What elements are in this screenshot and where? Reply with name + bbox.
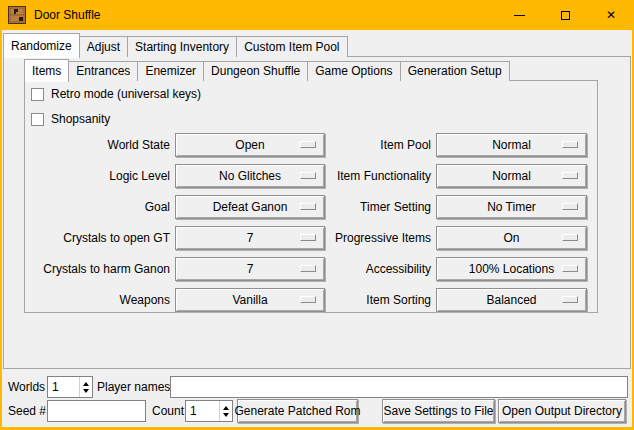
seed-input[interactable] — [47, 400, 146, 422]
shopsanity-checkbox[interactable] — [31, 113, 44, 126]
item-functionality-dropdown[interactable]: Normal — [436, 164, 587, 188]
close-icon: ✕ — [606, 9, 616, 21]
open-output-directory-button[interactable]: Open Output Directory — [498, 399, 626, 423]
spin-up-icon — [83, 382, 89, 386]
worlds-label: Worlds — [8, 376, 45, 398]
tab-randomize[interactable]: Randomize — [3, 33, 80, 58]
titlebar: Door Shuffle ✕ — [0, 0, 634, 30]
minimize-button[interactable] — [496, 0, 542, 30]
item-pool-dropdown[interactable]: Normal — [436, 133, 587, 157]
count-spinner-arrows[interactable] — [219, 401, 232, 421]
dropdown-indicator-icon — [562, 296, 578, 303]
main-tab-bar: Randomize Adjust Starting Inventory Cust… — [3, 32, 347, 57]
close-button[interactable]: ✕ — [588, 0, 634, 30]
progressive-items-dropdown[interactable]: On — [436, 226, 587, 250]
dropdown-indicator-icon — [562, 265, 578, 272]
player-names-label: Player names — [97, 376, 170, 398]
tab-adjust[interactable]: Adjust — [79, 36, 128, 57]
dropdown-indicator-icon — [562, 172, 578, 179]
item-sorting-label: Item Sorting — [298, 288, 431, 312]
item-functionality-label: Item Functionality — [298, 164, 431, 188]
progressive-items-label: Progressive Items — [298, 226, 431, 250]
minimize-icon — [514, 15, 525, 16]
goal-label: Goal — [26, 195, 170, 219]
worlds-spinner — [47, 376, 93, 398]
spin-up-icon — [223, 406, 229, 410]
item-sorting-dropdown[interactable]: Balanced — [436, 288, 587, 312]
dropdown-indicator-icon — [562, 203, 578, 210]
window-title: Door Shuffle — [34, 8, 101, 22]
tab-items[interactable]: Items — [24, 59, 69, 82]
save-settings-button[interactable]: Save Settings to File — [382, 399, 495, 423]
accessibility-dropdown[interactable]: 100% Locations — [436, 257, 587, 281]
world-state-label: World State — [26, 133, 170, 157]
maximize-button[interactable] — [542, 0, 588, 30]
timer-setting-label: Timer Setting — [298, 195, 431, 219]
tab-dungeon-shuffle[interactable]: Dungeon Shuffle — [203, 61, 308, 81]
sub-tab-bar: Items Entrances Enemizer Dungeon Shuffle… — [24, 58, 509, 81]
spin-down-icon — [223, 413, 229, 417]
seed-label: Seed # — [8, 399, 46, 423]
shopsanity-label: Shopsanity — [51, 112, 110, 126]
worlds-spinner-arrows[interactable] — [79, 377, 92, 397]
count-input[interactable] — [186, 401, 219, 421]
tab-starting-inventory[interactable]: Starting Inventory — [127, 36, 237, 57]
item-pool-label: Item Pool — [298, 133, 431, 157]
timer-setting-dropdown[interactable]: No Timer — [436, 195, 587, 219]
retro-mode-checkbox[interactable] — [31, 88, 44, 101]
crystals-open-gt-label: Crystals to open GT — [26, 226, 170, 250]
accessibility-label: Accessibility — [298, 257, 431, 281]
player-names-input[interactable] — [170, 376, 628, 398]
weapons-label: Weapons — [26, 288, 170, 312]
door-icon — [8, 6, 26, 24]
window-controls: ✕ — [496, 0, 634, 30]
tab-enemizer[interactable]: Enemizer — [137, 61, 204, 81]
retro-mode-row: Retro mode (universal keys) — [31, 87, 201, 101]
shopsanity-row: Shopsanity — [31, 112, 110, 126]
retro-mode-label: Retro mode (universal keys) — [51, 87, 201, 101]
tab-custom-item-pool[interactable]: Custom Item Pool — [236, 36, 347, 57]
logic-level-label: Logic Level — [26, 164, 170, 188]
count-label: Count — [152, 399, 184, 423]
tab-game-options[interactable]: Game Options — [307, 61, 400, 81]
dropdown-indicator-icon — [562, 141, 578, 148]
crystals-harm-ganon-label: Crystals to harm Ganon — [26, 257, 170, 281]
app-window: Door Shuffle ✕ Randomize Adjust Starting… — [0, 0, 634, 430]
generate-patched-rom-button[interactable]: Generate Patched Rom — [237, 399, 358, 423]
dropdown-indicator-icon — [562, 234, 578, 241]
spin-down-icon — [83, 389, 89, 393]
tab-generation-setup[interactable]: Generation Setup — [400, 61, 510, 81]
maximize-icon — [561, 11, 570, 20]
count-spinner — [185, 400, 233, 422]
window-body: Randomize Adjust Starting Inventory Cust… — [2, 30, 632, 427]
worlds-input[interactable] — [48, 377, 79, 397]
tab-entrances[interactable]: Entrances — [68, 61, 138, 81]
